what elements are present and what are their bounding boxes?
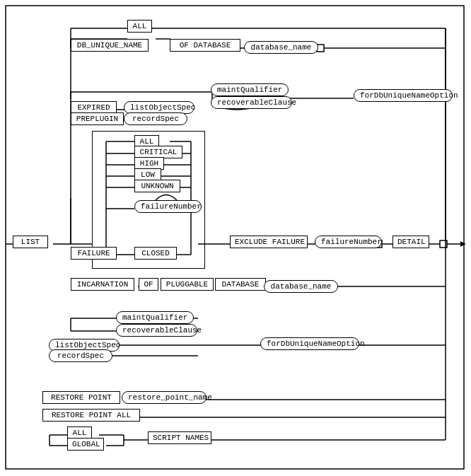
db-unique-name-node: DB_UNIQUE_NAME — [71, 39, 149, 52]
for-db-unique-name-2-node: forDbUniqueNameOption — [260, 337, 359, 350]
incarnation-node: INCARNATION — [71, 278, 134, 291]
global-node: GLOBAL — [67, 438, 104, 451]
of-database-node: OF DATABASE — [170, 39, 240, 52]
database-kw-node: DATABASE — [215, 278, 266, 291]
preplugin-node: PREPLUGIN — [71, 112, 124, 125]
exclude-failure-node: EXCLUDE FAILURE — [230, 236, 308, 248]
maint-qualifier-2-node: maintQualifier — [116, 311, 194, 324]
database-name-2-node: database_name — [264, 280, 338, 293]
record-spec-1-node: recordSpec — [124, 112, 187, 125]
closed-node: CLOSED — [134, 247, 177, 260]
failure-number-1-node: failureNumber — [134, 200, 202, 213]
detail-node: DETAIL — [392, 236, 429, 248]
restore-point-node: RESTORE POINT — [42, 391, 120, 404]
failure-node: FAILURE — [71, 247, 117, 260]
restore-point-all-node: RESTORE POINT ALL — [42, 409, 140, 422]
recoverable-clause-2-node: recoverableClause — [116, 324, 197, 337]
script-names-node: SCRIPT NAMES — [148, 431, 211, 444]
all-top-node: ALL — [127, 20, 152, 33]
record-spec-2-node: recordSpec — [49, 349, 112, 362]
of-kw-node: OF — [139, 278, 158, 291]
for-db-unique-name-1-node: forDbUniqueNameOption — [354, 89, 453, 102]
svg-marker-5 — [460, 241, 465, 247]
unknown-node: UNKNOWN — [134, 180, 180, 192]
maint-qualifier-1-node: maintQualifier — [211, 83, 289, 96]
diagram-container: LIST ALL DB_UNIQUE_NAME OF DATABASE data… — [0, 0, 471, 476]
database-name-1-node: database_name — [244, 41, 318, 54]
pluggable-node: PLUGGABLE — [161, 278, 214, 291]
restore-point-name-node: restore_point_name — [122, 391, 207, 404]
recoverable-clause-1-node: recoverableClause — [211, 96, 292, 109]
failure-number-2-node: failureNumber — [315, 236, 382, 248]
list-node: LIST — [13, 236, 48, 248]
